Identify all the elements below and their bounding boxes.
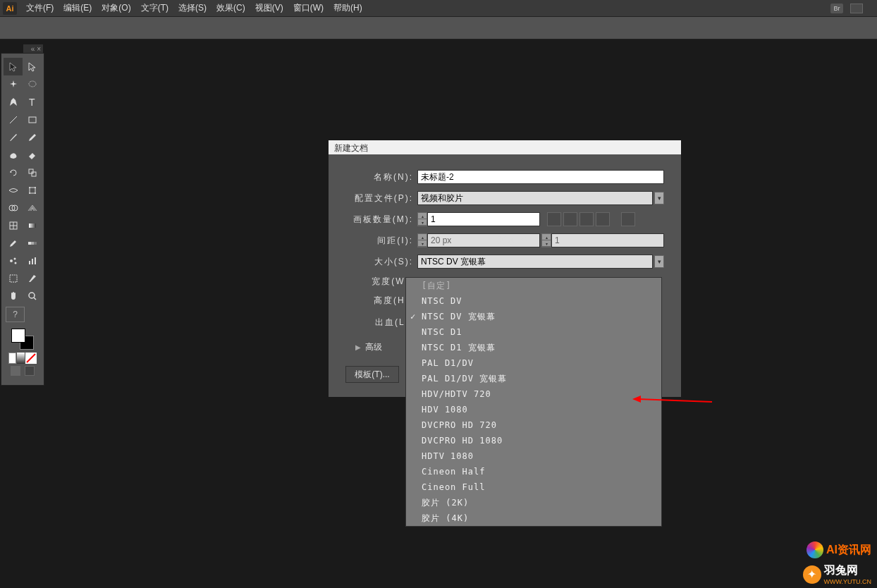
symbol-sprayer-tool-icon[interactable] bbox=[4, 252, 23, 269]
size-option[interactable]: HDV/HDTV 720 bbox=[406, 386, 661, 402]
size-option[interactable]: NTSC DV 宽银幕 bbox=[406, 309, 661, 324]
free-transform-tool-icon[interactable] bbox=[23, 181, 42, 199]
toolbox-collapse-tab[interactable]: « × bbox=[23, 44, 43, 53]
spacing-label: 间距(I): bbox=[345, 235, 417, 247]
menu-对象(O)[interactable]: 对象(O) bbox=[97, 0, 135, 16]
direction-icon[interactable] bbox=[621, 212, 635, 226]
artboard-tool-icon[interactable] bbox=[4, 269, 23, 287]
svg-line-28 bbox=[34, 298, 36, 300]
svg-line-2 bbox=[10, 116, 17, 123]
svg-rect-23 bbox=[29, 261, 30, 264]
workspace-switcher-icon[interactable] bbox=[850, 4, 863, 13]
app-logo: Ai bbox=[3, 2, 17, 15]
size-option[interactable]: PAL D1/DV bbox=[406, 355, 661, 371]
size-option[interactable]: 胶片 (4K) bbox=[406, 510, 661, 526]
size-option[interactable]: Cineon Half bbox=[406, 464, 661, 479]
menu-编辑(E)[interactable]: 编辑(E) bbox=[59, 0, 97, 16]
menu-文件(F)[interactable]: 文件(F) bbox=[21, 0, 59, 16]
size-dropdown-icon[interactable] bbox=[654, 255, 664, 268]
paintbrush-tool-icon[interactable] bbox=[4, 128, 23, 146]
menu-帮助(H)[interactable]: 帮助(H) bbox=[329, 0, 367, 16]
arrange-down-icon[interactable] bbox=[596, 212, 610, 226]
blend-tool-icon[interactable] bbox=[23, 234, 42, 252]
color-mode-icon[interactable] bbox=[8, 353, 16, 364]
profile-dropdown-icon[interactable] bbox=[654, 192, 664, 204]
mesh-tool-icon[interactable] bbox=[4, 216, 23, 234]
type-tool-icon[interactable]: T bbox=[23, 93, 42, 111]
size-option[interactable]: PAL D1/DV 宽银幕 bbox=[406, 371, 661, 386]
artboards-label: 画板数量(M): bbox=[345, 214, 417, 226]
gradient-tool-icon[interactable] bbox=[23, 216, 42, 234]
rotate-tool-icon[interactable] bbox=[4, 164, 23, 181]
size-option[interactable]: Cineon Full bbox=[406, 479, 661, 495]
svg-rect-25 bbox=[35, 257, 36, 264]
control-bar bbox=[0, 16, 877, 39]
menu-窗口(W)[interactable]: 窗口(W) bbox=[288, 0, 329, 16]
size-option[interactable]: HDV 1080 bbox=[406, 402, 661, 417]
bridge-icon[interactable]: Br bbox=[830, 4, 843, 13]
normal-screen-icon[interactable] bbox=[11, 366, 20, 376]
spacing-spinner[interactable]: ▴▾ bbox=[417, 233, 427, 247]
gradient-mode-icon[interactable] bbox=[17, 353, 25, 364]
rectangle-tool-icon[interactable] bbox=[23, 111, 42, 128]
menu-效果(C)[interactable]: 效果(C) bbox=[211, 0, 250, 16]
artboards-input[interactable] bbox=[427, 212, 540, 226]
menu-文字(T)[interactable]: 文字(T) bbox=[136, 0, 173, 16]
perspective-grid-tool-icon[interactable] bbox=[23, 199, 42, 216]
zoom-tool-icon[interactable] bbox=[23, 287, 42, 305]
flower-icon bbox=[807, 541, 823, 558]
shape-builder-tool-icon[interactable] bbox=[4, 199, 23, 216]
fill-stroke-swatch[interactable] bbox=[11, 329, 34, 350]
line-tool-icon[interactable] bbox=[4, 111, 23, 128]
size-option[interactable]: NTSC DV bbox=[406, 293, 661, 309]
size-option[interactable]: 胶片 (2K) bbox=[406, 495, 661, 510]
hand-tool-icon[interactable] bbox=[4, 287, 23, 305]
blob-brush-tool-icon[interactable] bbox=[4, 146, 23, 164]
menubar: Ai 文件(F)编辑(E)对象(O)文字(T)选择(S)效果(C)视图(V)窗口… bbox=[0, 0, 877, 16]
scale-tool-icon[interactable] bbox=[23, 164, 42, 181]
columns-label: 列数(O): bbox=[497, 235, 541, 247]
size-select[interactable]: NTSC DV 宽银幕 bbox=[417, 255, 653, 269]
graph-tool-icon[interactable] bbox=[23, 252, 42, 269]
profile-select[interactable]: 视频和胶片 bbox=[417, 191, 653, 205]
size-option[interactable]: NTSC D1 宽银幕 bbox=[406, 340, 661, 355]
size-option[interactable]: [自定] bbox=[406, 278, 661, 293]
width-tool-icon[interactable] bbox=[4, 181, 23, 199]
svg-point-8 bbox=[35, 187, 36, 188]
size-option[interactable]: DVCPRO HD 720 bbox=[406, 417, 661, 433]
svg-rect-16 bbox=[29, 223, 36, 228]
artboards-spinner[interactable]: ▴▾ bbox=[417, 212, 427, 226]
grid-by-row-icon[interactable] bbox=[547, 212, 561, 226]
arrange-right-icon[interactable] bbox=[579, 212, 594, 226]
lasso-tool-icon[interactable] bbox=[23, 75, 42, 93]
help-tool-icon[interactable]: ? bbox=[6, 307, 25, 322]
fill-color-icon[interactable] bbox=[11, 329, 25, 343]
magic-wand-tool-icon[interactable] bbox=[4, 75, 23, 93]
menu-选择(S)[interactable]: 选择(S) bbox=[173, 0, 211, 16]
size-option[interactable]: HDTV 1080 bbox=[406, 448, 661, 464]
pen-tool-icon[interactable] bbox=[4, 93, 23, 111]
svg-rect-24 bbox=[32, 259, 33, 264]
eraser-tool-icon[interactable] bbox=[23, 146, 42, 164]
grid-by-column-icon[interactable] bbox=[563, 212, 577, 226]
slice-tool-icon[interactable] bbox=[23, 269, 42, 287]
size-option[interactable]: DVCPRO HD 1080 bbox=[406, 433, 661, 448]
size-option[interactable]: NTSC D1 bbox=[406, 324, 661, 340]
columns-spinner[interactable]: ▴▾ bbox=[541, 233, 551, 247]
svg-point-9 bbox=[29, 192, 30, 194]
svg-point-21 bbox=[13, 257, 16, 259]
pencil-tool-icon[interactable] bbox=[23, 128, 42, 146]
svg-rect-17 bbox=[28, 242, 31, 245]
name-input[interactable] bbox=[417, 170, 664, 184]
full-screen-icon[interactable] bbox=[25, 366, 35, 376]
menu-视图(V)[interactable]: 视图(V) bbox=[250, 0, 288, 16]
selection-tool-icon[interactable] bbox=[4, 58, 23, 75]
name-label: 名称(N): bbox=[345, 171, 417, 183]
svg-point-27 bbox=[29, 293, 35, 298]
eyedropper-tool-icon[interactable] bbox=[4, 234, 23, 252]
svg-line-29 bbox=[27, 354, 35, 362]
none-mode-icon[interactable] bbox=[25, 353, 37, 364]
svg-point-7 bbox=[29, 187, 30, 188]
template-button[interactable]: 模板(T)... bbox=[345, 366, 399, 383]
direct-selection-tool-icon[interactable] bbox=[23, 58, 42, 75]
